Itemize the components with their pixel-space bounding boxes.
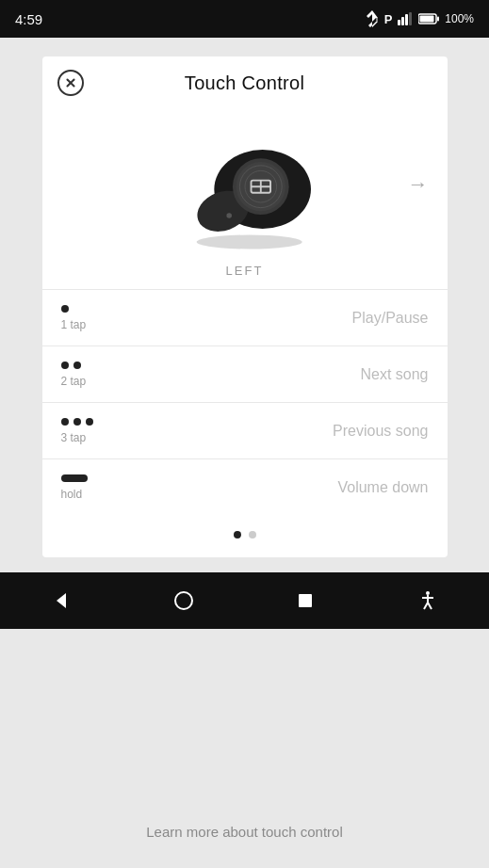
- accessibility-icon: [417, 590, 438, 611]
- gesture-label-three-tap: 3 tap: [61, 431, 87, 444]
- hold-bar: [61, 474, 88, 482]
- dot: [61, 362, 69, 369]
- battery-icon: [418, 13, 439, 24]
- svg-rect-3: [409, 12, 412, 25]
- svg-line-25: [428, 603, 432, 609]
- dots-two-tap: [61, 362, 81, 369]
- control-item-three-tap: 3 tap Previous song: [42, 403, 448, 459]
- home-button[interactable]: [165, 582, 203, 619]
- side-label: LEFT: [42, 260, 448, 289]
- recents-button[interactable]: [286, 582, 324, 619]
- dots-one-tap: [61, 305, 69, 313]
- bottom-text: Learn more about touch control: [146, 824, 342, 868]
- earphone-image: [165, 123, 325, 255]
- action-next-song: Next song: [360, 366, 428, 383]
- gesture-label-hold: hold: [61, 488, 83, 501]
- gesture-label-one-tap: 1 tap: [61, 318, 87, 331]
- dot: [73, 418, 81, 426]
- dot: [61, 305, 69, 313]
- dot: [61, 418, 69, 426]
- page-indicators: [42, 516, 448, 557]
- svg-rect-1: [401, 17, 404, 25]
- signal-icon: [398, 12, 413, 25]
- gesture-three-tap: 3 tap: [61, 418, 137, 444]
- close-button[interactable]: [57, 70, 84, 96]
- action-previous-song: Previous song: [333, 423, 428, 440]
- svg-rect-2: [405, 14, 408, 25]
- recents-icon: [297, 592, 314, 609]
- action-play-pause: Play/Pause: [352, 310, 429, 327]
- nav-bar: [0, 572, 489, 629]
- svg-point-19: [175, 592, 192, 609]
- status-time: 4:59: [15, 11, 42, 27]
- control-item-two-tap: 2 tap Next song: [42, 346, 448, 403]
- dots-three-tap: [61, 418, 93, 426]
- touch-control-card: Touch Control → LEFT: [42, 56, 448, 557]
- svg-marker-18: [57, 593, 66, 608]
- page-dot-inactive: [249, 531, 256, 538]
- back-icon: [52, 591, 71, 610]
- svg-point-17: [196, 235, 302, 249]
- controls-list: 1 tap Play/Pause 2 tap Next song: [42, 289, 448, 516]
- page-dot-active: [234, 531, 241, 538]
- next-arrow[interactable]: →: [408, 172, 429, 197]
- svg-rect-6: [437, 17, 439, 22]
- dot: [73, 362, 81, 369]
- card-header: Touch Control: [42, 56, 448, 109]
- svg-rect-0: [398, 20, 400, 25]
- home-icon: [173, 590, 194, 611]
- battery-percent: 100%: [445, 12, 474, 25]
- bluetooth-icon: [366, 10, 379, 27]
- accessibility-button[interactable]: [409, 582, 447, 619]
- svg-rect-5: [420, 16, 434, 23]
- back-button[interactable]: [42, 582, 80, 619]
- card-title: Touch Control: [185, 72, 304, 94]
- control-item-hold: hold Volume down: [42, 459, 448, 516]
- svg-point-16: [226, 213, 232, 218]
- gesture-one-tap: 1 tap: [61, 305, 137, 331]
- status-icons: P 100%: [366, 10, 474, 27]
- gesture-label-two-tap: 2 tap: [61, 375, 87, 388]
- svg-line-24: [424, 603, 428, 609]
- action-volume-down: Volume down: [337, 479, 428, 496]
- svg-rect-20: [299, 594, 312, 607]
- gesture-two-tap: 2 tap: [61, 362, 137, 388]
- status-bar: 4:59 P 100%: [0, 0, 489, 38]
- gesture-hold: hold: [61, 474, 137, 501]
- earphone-area: →: [42, 109, 448, 260]
- p-icon: P: [384, 12, 393, 26]
- svg-point-21: [426, 591, 430, 595]
- control-item-one-tap: 1 tap Play/Pause: [42, 290, 448, 346]
- dot: [86, 418, 93, 426]
